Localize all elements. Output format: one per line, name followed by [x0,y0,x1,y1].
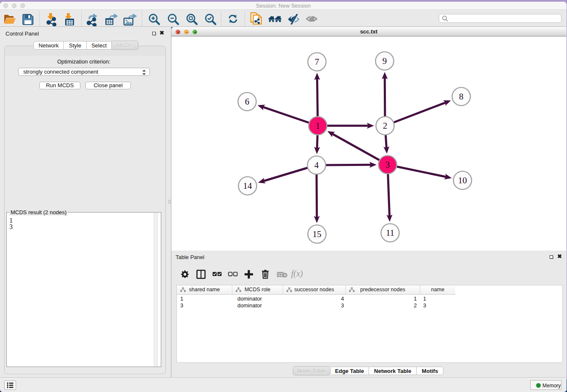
svg-text:3: 3 [385,160,390,170]
svg-text:1: 1 [316,121,320,131]
svg-text:7: 7 [315,57,319,67]
svg-text:9: 9 [383,56,387,66]
svg-text:2: 2 [383,121,388,131]
svg-text:10: 10 [458,175,467,185]
svg-text:8: 8 [459,91,464,102]
svg-text:14: 14 [243,181,253,191]
svg-text:15: 15 [313,229,322,239]
svg-text:11: 11 [386,228,394,238]
svg-text:4: 4 [314,160,319,170]
svg-text:6: 6 [245,97,250,107]
